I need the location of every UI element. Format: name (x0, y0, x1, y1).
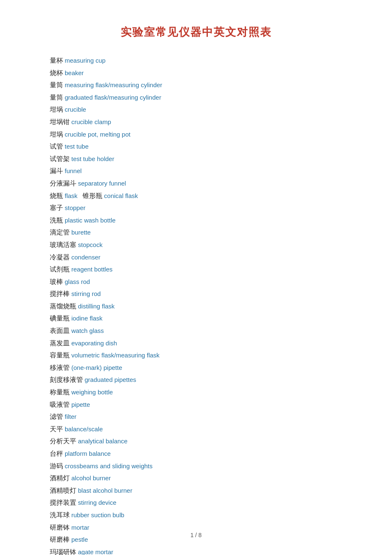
en-label: (one-mark) pipette (71, 364, 122, 371)
en-label: crossbeams and sliding weights (65, 462, 153, 469)
zh-label: 吸液管 (50, 401, 70, 408)
zh-label: 研磨钵 (50, 524, 70, 531)
zh-label: 搅拌装置 (50, 499, 76, 506)
list-item: 洗瓶 plastic wash bottle (50, 214, 342, 227)
en-label: glass rod (65, 278, 90, 285)
en-label: volumetric flask/measuring flask (71, 352, 160, 359)
en-label: test tube (65, 143, 89, 150)
list-item: 玻棒 glass rod (50, 276, 342, 288)
zh-label: 蒸发皿 (50, 340, 70, 347)
list-item: 试剂瓶 reagent bottles (50, 263, 342, 276)
page-footer: 1 / 8 (0, 532, 392, 538)
list-item: 烧瓶 flask 锥形瓶 conical flask (50, 190, 342, 202)
zh-label: 滴定管 (50, 229, 70, 236)
zh-label: 台秤 (50, 450, 63, 457)
zh-label: 搅拌棒 (50, 290, 70, 297)
en-label: alcohol burner (71, 474, 111, 482)
en-label: graduated flask/measuring cylinder (65, 94, 161, 101)
list-item: 量筒 measuring flask/measuring cylinder (50, 79, 342, 91)
en-label: separatory funnel (78, 180, 126, 187)
en-label: balance/scale (65, 425, 103, 433)
en-label: crucible (65, 106, 86, 113)
en-label: graduated pipettes (85, 376, 136, 383)
zh-label: 试剂瓶 (50, 266, 70, 273)
en-label: stirring device (78, 499, 117, 506)
en-label: burette (71, 229, 91, 236)
zh-label: 酒精灯 (50, 474, 70, 482)
zh-label: 漏斗 (50, 167, 63, 174)
list-item: 玻璃活塞 stopcock (50, 239, 342, 251)
list-item: 天平 balance/scale (50, 423, 342, 435)
list-item: 分液漏斗 separatory funnel (50, 177, 342, 190)
zh-label: 刻度移液管 (50, 376, 83, 383)
zh-label: 试管 (50, 143, 63, 150)
zh-label: 坩埚 (50, 131, 63, 138)
zh-label: 洗耳球 (50, 511, 70, 518)
en-label: reagent bottles (71, 266, 112, 273)
zh-label: 表面皿 (50, 327, 70, 334)
en-label: stirring rod (71, 290, 101, 297)
en-label: test tube holder (71, 155, 114, 162)
en-label: funnel (65, 167, 82, 174)
en-label: rubber suction bulb (71, 511, 124, 518)
list-item: 搅拌装置 stirring device (50, 496, 342, 509)
zh-label: 酒精喷灯 (50, 487, 76, 494)
zh-label: 分析天平 (50, 438, 76, 445)
zh-label: 试管架 (50, 155, 70, 162)
en-label2: conical flask (104, 192, 138, 199)
list-item: 表面皿 watch glass (50, 325, 342, 337)
en-label: plastic wash bottle (65, 217, 116, 224)
list-item: 酒精喷灯 blast alcohol burner (50, 484, 342, 497)
list-item: 滤管 filter (50, 411, 342, 423)
list-item: 塞子 stopper (50, 202, 342, 214)
zh-label: 冷凝器 (50, 254, 70, 261)
en-label: pipette (71, 401, 90, 408)
zh-label: 量筒 (50, 81, 63, 88)
zh-label: 蒸馏烧瓶 (50, 303, 76, 310)
zh-label: 坩埚 (50, 106, 63, 113)
zh-label: 玻棒 (50, 278, 63, 285)
page-title: 实验室常见仪器中英文对照表 (50, 25, 342, 39)
list-item: 台秤 platform balance (50, 447, 342, 460)
en-label: weighing bottle (71, 389, 113, 396)
zh-label: 天平 (50, 425, 63, 433)
list-item: 量杯 measuring cup (50, 54, 342, 67)
list-item: 冷凝器 condenser (50, 251, 342, 264)
list-item: 容量瓶 volumetric flask/measuring flask (50, 349, 342, 362)
zh-label: 滤管 (50, 413, 63, 420)
en-label: platform balance (65, 450, 111, 457)
en-label: iodine flask (71, 315, 102, 322)
zh-label: 玛瑙研钵 (50, 548, 76, 555)
en-label: blast alcohol burner (78, 487, 132, 494)
en-label: mortar (71, 524, 89, 531)
en-label: beaker (65, 69, 84, 76)
en-label: filter (65, 413, 76, 420)
list-item: 搅拌棒 stirring rod (50, 288, 342, 300)
list-item: 坩埚 crucible (50, 103, 342, 116)
zh-label: 烧杯 (50, 69, 63, 76)
en-label: distilling flask (78, 303, 114, 310)
list-item: 称量瓶 weighing bottle (50, 386, 342, 399)
list-item: 漏斗 funnel (50, 165, 342, 177)
list-item: 蒸馏烧瓶 distilling flask (50, 300, 342, 313)
list-item: 游码 crossbeams and sliding weights (50, 460, 342, 472)
zh-label: 玻璃活塞 (50, 241, 76, 248)
en-label: stopcock (78, 241, 102, 248)
list-item: 酒精灯 alcohol burner (50, 472, 342, 484)
en-label: agate mortar (78, 548, 113, 555)
list-item: 蒸发皿 evaporating dish (50, 337, 342, 350)
list-item: 刻度移液管 graduated pipettes (50, 374, 342, 386)
en-label: stopper (65, 204, 85, 211)
zh-label: 量筒 (50, 94, 63, 101)
en-label: condenser (71, 254, 100, 261)
en-label: measuring flask/measuring cylinder (65, 81, 162, 88)
list-item: 烧杯 beaker (50, 67, 342, 79)
list-item: 吸液管 pipette (50, 399, 342, 411)
list-item: 试管 test tube (50, 140, 342, 153)
zh-label: 容量瓶 (50, 352, 70, 359)
zh-label: 塞子 (50, 204, 63, 211)
zh-label: 分液漏斗 (50, 180, 76, 187)
zh-label: 碘量瓶 (50, 315, 70, 322)
list-item: 分析天平 analytical balance (50, 435, 342, 447)
list-item: 移液管 (one-mark) pipette (50, 362, 342, 374)
